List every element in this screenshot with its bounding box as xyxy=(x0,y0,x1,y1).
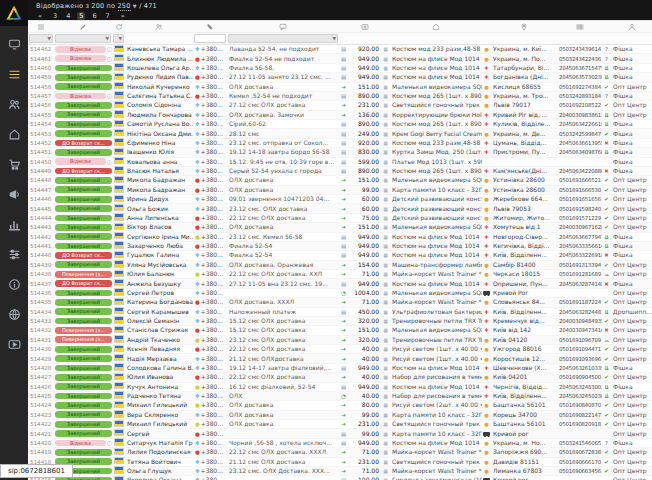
tracking-number[interactable]: 0503242599847 xyxy=(557,130,602,138)
tracking-number[interactable]: 20450634226619 xyxy=(557,120,602,128)
tracking-number[interactable]: 0501691571229 xyxy=(557,214,602,222)
tracking-number[interactable]: 20450634098760 xyxy=(557,148,602,156)
tracking-number[interactable]: 20450636613955 xyxy=(557,139,602,147)
tracking-number[interactable]: 20450632824487 xyxy=(557,308,602,316)
pager-last-button[interactable]: » xyxy=(119,12,127,20)
tracking-number[interactable]: 20450636677947 xyxy=(557,233,602,241)
client-phone[interactable]: ✻+380… xyxy=(193,364,227,372)
sidebar-item-video[interactable] xyxy=(0,332,28,356)
client-phone[interactable]: ✻+380… xyxy=(193,280,227,288)
client-phone[interactable]: ✻+380… xyxy=(193,83,227,91)
tracking-number[interactable]: 0501691313394 xyxy=(557,261,602,269)
tracking-number[interactable]: 0501690666170 xyxy=(557,458,602,466)
client-phone[interactable]: ✻+380… xyxy=(193,355,227,363)
client-phone[interactable]: ●+380… xyxy=(193,186,227,194)
client-phone[interactable]: ✻+380… xyxy=(193,130,227,138)
client-phone[interactable]: ●+380… xyxy=(193,420,227,428)
page-button-4[interactable]: 4 xyxy=(64,12,72,20)
sidebar-item-marketing[interactable] xyxy=(0,182,28,206)
tracking-number[interactable]: 0501690820918 xyxy=(557,420,602,428)
client-phone[interactable]: ●+380… xyxy=(193,176,227,184)
tracking-number[interactable]: 0501691093696 xyxy=(557,355,602,363)
tracking-number[interactable]: 0501692274384 xyxy=(557,83,602,91)
client-phone[interactable]: ●+380… xyxy=(193,383,227,391)
sidebar-item-warehouse[interactable] xyxy=(0,122,28,146)
comment-filter[interactable]: ▼ xyxy=(228,34,338,43)
tracking-number[interactable]: 0501691187224 xyxy=(557,298,602,306)
tracking-number[interactable]: 20450634220880 xyxy=(557,167,602,175)
page-button-5[interactable]: 5 xyxy=(77,12,85,20)
tracking-number[interactable]: 20450635730230 xyxy=(557,73,602,81)
sidebar-item-statistics[interactable] xyxy=(0,212,28,236)
client-phone[interactable]: ✻+380… xyxy=(193,205,227,213)
tracking-number[interactable]: 0503242893184 xyxy=(557,92,602,100)
client-phone[interactable]: ●+380… xyxy=(193,55,227,63)
client-phone[interactable]: ●+380… xyxy=(193,373,227,381)
client-phone[interactable]: ✻+380… xyxy=(193,101,227,109)
tracking-number[interactable]: 0501691281689 xyxy=(557,270,602,278)
client-phone[interactable]: ✻+380… xyxy=(193,308,227,316)
client-phone[interactable]: ●+380… xyxy=(193,430,227,438)
status-filter[interactable]: ▼ xyxy=(55,34,111,43)
tracking-number[interactable]: 0501691666530 xyxy=(557,186,602,194)
tracking-number[interactable]: 0501691598240 xyxy=(557,205,602,213)
calls-filter[interactable]: ▼ xyxy=(113,34,124,43)
tracking-number[interactable]: 0501690904500 xyxy=(557,373,602,381)
phone-filter[interactable] xyxy=(194,34,226,43)
page-button-6[interactable]: 6 xyxy=(90,12,98,20)
table-row[interactable]: 514416ЗавершенийЯковлева Оксана✻+380…▤10… xyxy=(28,476,652,480)
sidebar-item-dashboard[interactable] xyxy=(0,32,28,56)
tracking-number[interactable]: 20450633226918 xyxy=(557,251,602,259)
tracking-number[interactable]: 0503241546065 xyxy=(557,439,602,447)
tracking-number[interactable]: 0501691094471 xyxy=(557,345,602,353)
client-phone[interactable]: ●+380… xyxy=(193,92,227,100)
pager-first-button[interactable]: « xyxy=(36,12,44,20)
client-phone[interactable]: ●+380… xyxy=(193,345,227,353)
tracking-number[interactable]: 20450632483003 xyxy=(557,383,602,391)
tracking-number[interactable]: 0501691666521 xyxy=(557,176,602,184)
client-phone[interactable]: ✻+380… xyxy=(193,467,227,475)
client-phone[interactable]: ✻+380… xyxy=(193,64,227,72)
sidebar-item-clients[interactable] xyxy=(0,92,28,116)
client-phone[interactable]: ●+380… xyxy=(193,270,227,278)
tracking-number[interactable]: 0501691651656 xyxy=(557,195,602,203)
client-phone[interactable]: ✻+380… xyxy=(193,476,227,480)
client-phone[interactable]: ✻+380… xyxy=(193,120,227,128)
tracking-number[interactable]: 20450632450236 xyxy=(557,392,602,400)
tracking-number[interactable]: 0503243439614 xyxy=(557,45,602,53)
client-phone[interactable]: ✻+380… xyxy=(193,195,227,203)
app-logo[interactable] xyxy=(0,0,28,26)
client-phone[interactable]: ✻+380… xyxy=(193,167,227,175)
tracking-number[interactable]: 20400309671628 xyxy=(557,223,602,231)
client-phone[interactable]: ✻+380… xyxy=(193,458,227,466)
client-phone[interactable]: ●+380… xyxy=(193,223,227,231)
client-phone[interactable]: ✻+380… xyxy=(193,439,227,447)
tracking-number[interactable]: 0501690672838 xyxy=(557,448,602,456)
client-phone[interactable]: ●+380… xyxy=(193,336,227,344)
sidebar-item-purchases[interactable] xyxy=(0,152,28,176)
tracking-number[interactable]: 20450632874148 xyxy=(557,280,602,288)
client-phone[interactable]: ●+380… xyxy=(193,448,227,456)
sip-call-popup[interactable]: sip:0672818601 xyxy=(0,464,73,478)
client-phone[interactable]: ●+380… xyxy=(193,298,227,306)
tracking-number[interactable]: 0501690822147 xyxy=(557,411,602,419)
client-phone[interactable]: ●+380… xyxy=(193,401,227,409)
tracking-number[interactable]: 0501690840870 xyxy=(557,401,602,409)
tracking-number[interactable]: 20450632610339 xyxy=(557,364,602,372)
client-phone[interactable]: ✻+380… xyxy=(193,411,227,419)
tracking-number[interactable]: 20400309838613 xyxy=(557,111,602,119)
tracking-number[interactable]: 0501690663456 xyxy=(557,467,602,475)
tracking-number[interactable]: 20450633356614 xyxy=(557,242,602,250)
page-button-3[interactable]: 3 xyxy=(51,12,59,20)
client-phone[interactable]: ●+380… xyxy=(193,326,227,334)
sidebar-item-orders[interactable] xyxy=(0,62,28,86)
client-phone[interactable]: ●+380… xyxy=(193,242,227,250)
tracking-number[interactable]: 20400309473416 xyxy=(557,326,602,334)
client-phone[interactable]: ✻+380… xyxy=(193,139,227,147)
id-filter[interactable]: ▼ xyxy=(29,34,53,43)
client-phone[interactable]: ✻+380… xyxy=(193,392,227,400)
client-phone[interactable]: ✻+380… xyxy=(193,317,227,325)
page-button-7[interactable]: 7 xyxy=(104,12,112,20)
client-phone[interactable]: ●+380… xyxy=(193,73,227,81)
sidebar-item-info[interactable] xyxy=(0,272,28,296)
